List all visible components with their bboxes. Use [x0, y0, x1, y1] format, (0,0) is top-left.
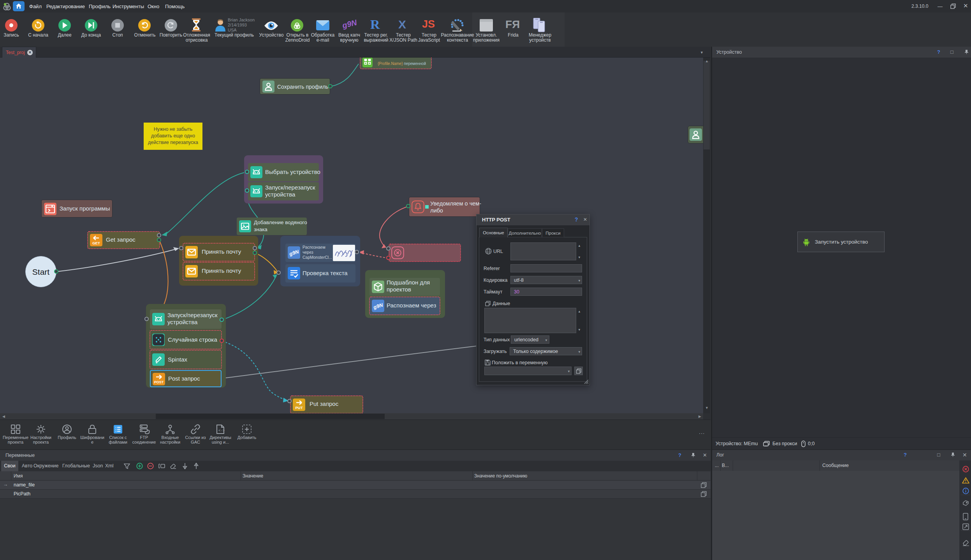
svg-text:GET: GET	[92, 241, 100, 245]
svg-text:PUT: PUT	[296, 406, 303, 410]
svg-text:POST: POST	[154, 380, 164, 384]
svg-text:<·>: <·>	[218, 429, 225, 433]
